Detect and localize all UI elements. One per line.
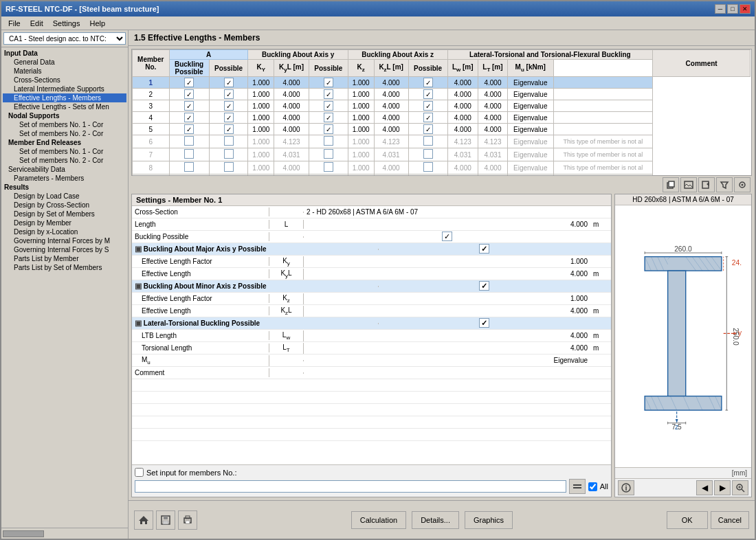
checkbox-buckling-4[interactable]	[184, 113, 194, 122]
table-row[interactable]: 6 1.0004.123 1.0004.123 4.1234.123Eigenv…	[133, 135, 751, 148]
checkbox-buckling-8[interactable]	[184, 162, 194, 172]
checkbox-by-7[interactable]	[224, 149, 234, 159]
checkbox-axis-y[interactable]: ✓	[479, 244, 489, 254]
tree-effective-lengths-members[interactable]: Effective Lengths - Members	[3, 93, 126, 102]
tree-design-x-location[interactable]: Design by x-Location	[3, 227, 126, 236]
horizontal-scrollbar[interactable]	[1, 528, 128, 539]
set-input-checkbox[interactable]	[135, 468, 144, 477]
tree-design-load-case[interactable]: Design by Load Case	[3, 192, 126, 201]
cs-next-btn[interactable]: ▶	[714, 480, 731, 495]
design-case-dropdown[interactable]: CA1 - Steel design acc. to NTC:	[3, 32, 126, 45]
checkbox-bz-2[interactable]	[324, 89, 333, 99]
graphics-button[interactable]: Graphics	[465, 511, 513, 529]
nav-print-btn[interactable]	[178, 510, 197, 530]
checkbox-by-2[interactable]	[224, 89, 234, 99]
checkbox-by-5[interactable]	[224, 124, 234, 134]
checkbox-bz-3[interactable]	[324, 101, 333, 111]
tree-materials[interactable]: Materials	[3, 67, 126, 76]
tree-cross-sections[interactable]: Cross-Sections	[3, 76, 126, 85]
checkbox-bz-6[interactable]	[324, 136, 333, 146]
checkbox-ltb-6[interactable]	[423, 136, 433, 146]
tree-end-rel-set1[interactable]: Set of members No. 1 - Cor	[3, 147, 126, 156]
checkbox-bz-7[interactable]	[324, 149, 333, 159]
cs-info-btn[interactable]: i	[618, 480, 634, 495]
all-checkbox[interactable]	[588, 482, 597, 491]
table-row[interactable]: 9 1.0004.031 1.0004.031 4.0314.031Eigenv…	[133, 175, 751, 177]
tree-lateral-intermediate[interactable]: Lateral Intermediate Supports	[3, 85, 126, 93]
tree-serviceability[interactable]: Serviceability Data	[3, 165, 126, 174]
checkbox-bz-4[interactable]	[324, 113, 333, 122]
tree-parts-list-set[interactable]: Parts List by Set of Members	[3, 263, 126, 272]
tree-member-end-releases[interactable]: Member End Releases	[3, 138, 126, 147]
menu-settings[interactable]: Settings	[49, 19, 85, 28]
tree-governing-forces-s[interactable]: Governing Internal Forces by S	[3, 245, 126, 254]
cs-zoom-btn[interactable]	[732, 480, 748, 495]
details-button[interactable]: Details...	[412, 511, 459, 529]
members-filter-btn[interactable]	[569, 479, 586, 494]
members-input[interactable]	[135, 480, 566, 493]
cancel-button[interactable]: Cancel	[711, 511, 749, 529]
tree-end-rel-set2[interactable]: Set of members No. 2 - Cor	[3, 156, 126, 165]
tree-parameters-members[interactable]: Parameters - Members	[3, 174, 126, 183]
checkbox-by-3[interactable]	[224, 101, 234, 111]
checkbox-by-9[interactable]	[224, 175, 234, 176]
table-row[interactable]: 4 1.0004.000 1.0004.000 4.0004.000Eigenv…	[133, 112, 751, 124]
tree-effective-lengths-sets[interactable]: Effective Lengths - Sets of Men	[3, 102, 126, 111]
tree-input-data[interactable]: Input Data	[3, 49, 126, 58]
checkbox-ltb-1[interactable]	[423, 78, 433, 87]
checkbox-buckling-possible[interactable]: ✓	[442, 232, 452, 241]
tree-nodal-set2[interactable]: Set of members No. 2 - Cor	[3, 129, 126, 138]
checkbox-buckling-7[interactable]	[184, 149, 194, 159]
checkbox-ltb-4[interactable]	[423, 113, 433, 122]
tree-general-data[interactable]: General Data	[3, 58, 126, 67]
calculation-button[interactable]: Calculation	[351, 511, 406, 529]
checkbox-buckling-6[interactable]	[184, 136, 194, 146]
table-btn-2[interactable]	[680, 177, 697, 192]
checkbox-bz-1[interactable]	[324, 78, 333, 87]
checkbox-ltb-2[interactable]	[423, 89, 433, 99]
tree-design-set-members[interactable]: Design by Set of Members	[3, 210, 126, 218]
table-row[interactable]: 8 1.0004.000 1.0004.000 4.0004.000Eigenv…	[133, 161, 751, 175]
minimize-button[interactable]: ─	[715, 4, 726, 14]
nav-home-btn[interactable]	[134, 510, 153, 530]
menu-help[interactable]: Help	[85, 19, 109, 28]
checkbox-ltb-5[interactable]	[423, 124, 433, 134]
tree-design-member[interactable]: Design by Member	[3, 218, 126, 227]
checkbox-ltb[interactable]: ✓	[479, 318, 489, 328]
checkbox-ltb-9[interactable]	[423, 175, 433, 176]
table-btn-4[interactable]	[716, 177, 733, 192]
tree-nodal-supports[interactable]: Nodal Supports	[3, 111, 126, 120]
tree-parts-list-member[interactable]: Parts List by Member	[3, 254, 126, 263]
table-row[interactable]: 7 1.0004.031 1.0004.031 4.0314.031Eigenv…	[133, 148, 751, 161]
ok-button[interactable]: OK	[667, 511, 708, 529]
table-row[interactable]: 2 1.0004.000 1.0004.000 4.0004.000Eigenv…	[133, 89, 751, 100]
table-btn-1[interactable]	[663, 177, 679, 192]
tree-results[interactable]: Results	[3, 183, 126, 192]
checkbox-ltb-7[interactable]	[423, 149, 433, 159]
checkbox-buckling-3[interactable]	[184, 101, 194, 111]
checkbox-by-8[interactable]	[224, 162, 234, 172]
cs-prev-btn[interactable]: ◀	[696, 480, 713, 495]
checkbox-by-1[interactable]	[224, 78, 234, 87]
table-row[interactable]: 3 1.0004.000 1.0004.000 4.0004.000Eigenv…	[133, 100, 751, 112]
table-btn-3[interactable]	[698, 177, 715, 192]
checkbox-axis-z[interactable]: ✓	[479, 281, 489, 291]
tree-governing-forces-m[interactable]: Governing Internal Forces by M	[3, 236, 126, 245]
table-row[interactable]: 1 1.0004.000 1.0004.000 4.0004.000Eigenv…	[133, 77, 751, 89]
checkbox-bz-9[interactable]	[324, 175, 333, 176]
checkbox-by-4[interactable]	[224, 113, 234, 122]
checkbox-by-6[interactable]	[224, 136, 234, 146]
checkbox-ltb-8[interactable]	[423, 162, 433, 172]
table-row[interactable]: 5 1.0004.000 1.0004.000 4.0004.000Eigenv…	[133, 124, 751, 135]
checkbox-bz-5[interactable]	[324, 124, 333, 134]
checkbox-buckling-5[interactable]	[184, 124, 194, 134]
menu-file[interactable]: File	[4, 19, 25, 28]
maximize-button[interactable]: □	[727, 4, 738, 14]
table-scroll-area[interactable]: MemberNo. A Buckling About Axis y Buckli…	[131, 49, 752, 176]
checkbox-buckling-9[interactable]	[184, 175, 194, 176]
nav-save-btn[interactable]	[156, 510, 175, 530]
tree-nodal-set1[interactable]: Set of members No. 1 - Cor	[3, 120, 126, 129]
checkbox-buckling-1[interactable]	[184, 78, 194, 87]
table-btn-5[interactable]	[734, 177, 751, 192]
checkbox-buckling-2[interactable]	[184, 89, 194, 99]
